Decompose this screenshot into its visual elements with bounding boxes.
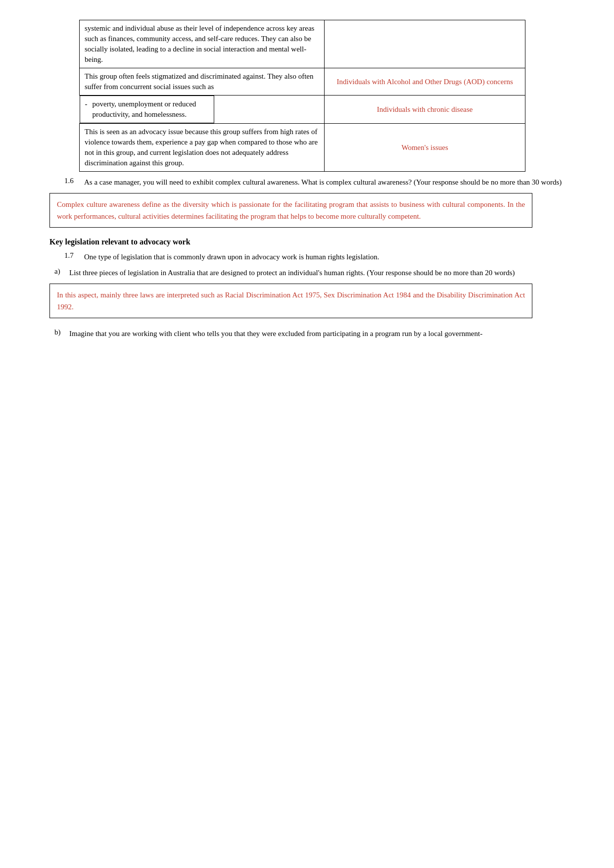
- section-text-1-7: One type of legislation that is commonly…: [84, 251, 379, 263]
- heading-text: Key legislation relevant to advocacy wor…: [49, 238, 190, 246]
- section-label-a: a): [54, 267, 69, 279]
- section-b: b) Imagine that you are working with cli…: [49, 328, 574, 339]
- row3-left-text: poverty, unemployment or reduced product…: [93, 99, 209, 120]
- table-row-dash: - poverty, unemployment or reduced produ…: [80, 96, 525, 124]
- row4-left-text: This is seen as an advocacy issue becaus…: [85, 128, 318, 167]
- table-cell-right-aod: Individuals with Alcohol and Other Drugs…: [325, 68, 525, 96]
- section-text-b: Imagine that you are working with client…: [69, 328, 482, 339]
- answer-text-a: In this aspect, mainly three laws are in…: [57, 291, 525, 311]
- table-cell-left: systemic and individual abuse as their l…: [80, 20, 325, 68]
- table-cell-right-chronic: Individuals with chronic disease: [325, 96, 525, 124]
- answer-text-1-6: Complex culture awareness define as the …: [57, 200, 525, 220]
- table-cell-left-dash: - poverty, unemployment or reduced produ…: [80, 96, 214, 123]
- table-cell-left: This group often feels stigmatized and d…: [80, 68, 325, 96]
- chronic-disease-text: Individuals with chronic disease: [377, 105, 473, 113]
- section-number-1-6: 1.6: [64, 177, 84, 188]
- answer-box-1-6: Complex culture awareness define as the …: [49, 193, 532, 228]
- section-label-b: b): [54, 328, 69, 339]
- aod-text: Individuals with Alcohol and Other Drugs…: [337, 78, 513, 86]
- answer-box-a: In this aspect, mainly three laws are in…: [49, 284, 532, 318]
- row1-left-text: systemic and individual abuse as their l…: [85, 24, 314, 63]
- table-row: systemic and individual abuse as their l…: [80, 20, 525, 68]
- womens-issues-text: Women's issues: [401, 144, 448, 151]
- section-text-1-6: As a case manager, you will need to exhi…: [84, 177, 562, 188]
- row2-left-text: This group often feels stigmatized and d…: [85, 72, 314, 91]
- section-1-6: 1.6 As a case manager, you will need to …: [49, 177, 574, 188]
- table-row: This group often feels stigmatized and d…: [80, 68, 525, 96]
- table-cell-right: [325, 20, 525, 68]
- table-cell-left: This is seen as an advocacy issue becaus…: [80, 124, 325, 172]
- main-table: systemic and individual abuse as their l…: [79, 20, 525, 172]
- section-number-1-7: 1.7: [64, 251, 84, 263]
- dash-symbol: -: [85, 99, 90, 120]
- table-row: This is seen as an advocacy issue becaus…: [80, 124, 525, 172]
- section-a: a) List three pieces of legislation in A…: [49, 267, 574, 279]
- section-text-a: List three pieces of legislation in Aust…: [69, 267, 515, 279]
- table-cell-right-women: Women's issues: [325, 124, 525, 172]
- page-content: systemic and individual abuse as their l…: [49, 20, 574, 339]
- section-1-7: 1.7 One type of legislation that is comm…: [49, 251, 574, 263]
- section-heading-legislation: Key legislation relevant to advocacy wor…: [49, 238, 574, 246]
